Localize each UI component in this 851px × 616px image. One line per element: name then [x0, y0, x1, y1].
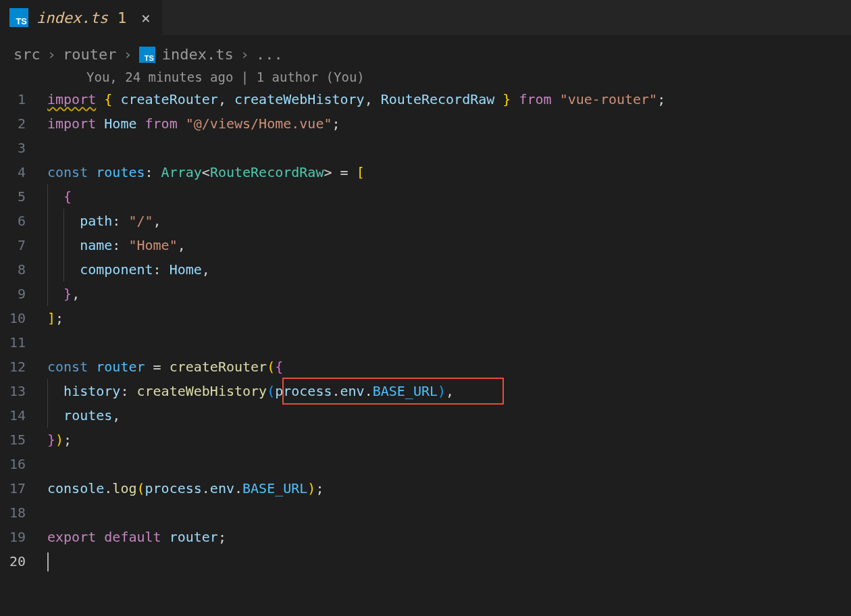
code-line: 20 [0, 549, 851, 573]
chevron-right-icon: › [123, 46, 132, 63]
line-number: 3 [0, 136, 47, 160]
line-number: 12 [0, 355, 47, 379]
code-line: 16 [0, 452, 851, 476]
line-number: 2 [0, 111, 47, 136]
line-number: 1 [0, 87, 47, 111]
code-line: 19 export default router; [0, 525, 851, 549]
line-number: 16 [0, 452, 47, 476]
line-number: 5 [0, 184, 47, 209]
line-number: 7 [0, 233, 47, 257]
code-line: 8 component: Home, [0, 257, 851, 282]
line-number: 9 [0, 282, 47, 306]
line-number: 4 [0, 160, 47, 184]
code-line: 4 const routes: Array<RouteRecordRaw> = … [0, 160, 851, 184]
code-line: 15 }); [0, 428, 851, 452]
line-number: 8 [0, 257, 47, 282]
code-line: 3 [0, 136, 851, 160]
line-number: 20 [0, 549, 47, 573]
codelens-annotation[interactable]: You, 24 minutes ago | 1 author (You) [0, 70, 851, 84]
typescript-icon: TS [139, 47, 155, 63]
code-line: 18 [0, 500, 851, 525]
code-line: 11 [0, 330, 851, 355]
close-icon[interactable]: ✕ [141, 9, 150, 26]
breadcrumb-part[interactable]: ... [256, 46, 283, 63]
tab-filename: index.ts [36, 9, 108, 26]
line-number: 11 [0, 330, 47, 355]
tab-bar: TS index.ts 1 ✕ [0, 0, 851, 35]
code-line: 12 const router = createRouter({ [0, 355, 851, 379]
code-line: 5 { [0, 184, 851, 209]
code-line: 7 name: "Home", [0, 233, 851, 257]
line-number: 19 [0, 525, 47, 549]
typescript-icon: TS [9, 8, 28, 27]
code-line: 14 routes, [0, 403, 851, 428]
chevron-right-icon: › [240, 46, 249, 63]
code-line: 9 }, [0, 282, 851, 306]
code-editor[interactable]: You, 24 minutes ago | 1 author (You) 1 i… [0, 67, 851, 573]
breadcrumb: src › router › TS index.ts › ... [0, 35, 851, 67]
code-line: 2 import Home from "@/views/Home.vue"; [0, 111, 851, 136]
line-number: 17 [0, 476, 47, 500]
breadcrumb-part[interactable]: src [14, 46, 41, 63]
breadcrumb-part[interactable]: router [63, 46, 116, 63]
breadcrumb-part[interactable]: index.ts [162, 46, 234, 63]
line-number: 18 [0, 500, 47, 525]
line-number: 14 [0, 403, 47, 428]
code-line: 10 ]; [0, 306, 851, 330]
code-line: 1 import { createRouter, createWebHistor… [0, 87, 851, 111]
line-number: 6 [0, 209, 47, 233]
tab-indexts[interactable]: TS index.ts 1 ✕ [0, 0, 163, 35]
line-number: 10 [0, 306, 47, 330]
code-line: 13 history: createWebHistory(process.env… [0, 379, 851, 403]
line-number: 13 [0, 379, 47, 403]
text-cursor [47, 553, 49, 571]
code-line: 17 console.log(process.env.BASE_URL); [0, 476, 851, 500]
chevron-right-icon: › [47, 46, 56, 63]
line-number: 15 [0, 428, 47, 452]
tab-bar-empty [163, 0, 851, 35]
tab-modified-indicator: 1 [118, 9, 126, 26]
code-line: 6 path: "/", [0, 209, 851, 233]
